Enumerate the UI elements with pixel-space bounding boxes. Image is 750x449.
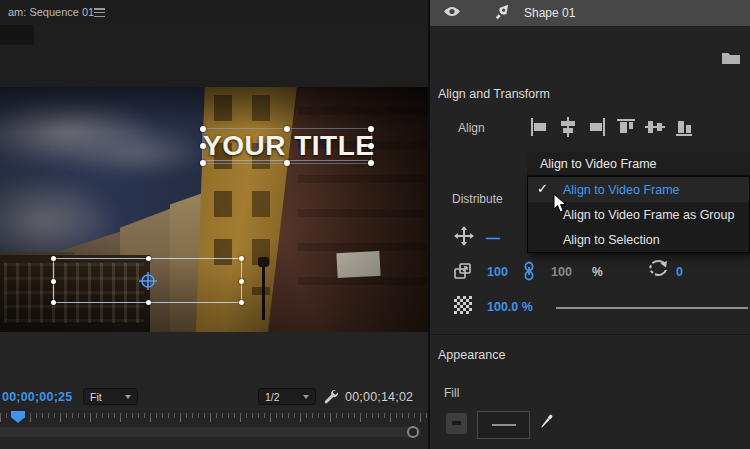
program-tab[interactable]: am: Sequence 01 bbox=[8, 6, 94, 18]
selection-handle[interactable] bbox=[368, 160, 374, 166]
opacity-slider[interactable] bbox=[556, 307, 748, 309]
selection-handle[interactable] bbox=[200, 143, 206, 149]
eyedropper-icon[interactable] bbox=[536, 411, 556, 436]
selection-handle[interactable] bbox=[200, 160, 206, 166]
selection-handle[interactable] bbox=[51, 256, 56, 261]
align-center-horizontal-button[interactable] bbox=[557, 116, 579, 138]
appearance-header: Appearance bbox=[438, 348, 505, 362]
panel-menu-icon[interactable] bbox=[94, 8, 105, 17]
selection-handle[interactable] bbox=[284, 126, 290, 132]
opacity-value[interactable]: 100.0 % bbox=[487, 300, 533, 314]
zoom-level-value: Fit bbox=[90, 391, 102, 403]
selection-handle[interactable] bbox=[146, 300, 151, 305]
title-selection-box[interactable]: YOUR TITLE bbox=[202, 128, 372, 164]
premiere-workspace: am: Sequence 01 YOUR TITLE bbox=[0, 0, 750, 449]
scale-y-value[interactable]: 100 bbox=[551, 265, 572, 279]
duration-timecode: 00;00;14;02 bbox=[345, 390, 413, 404]
align-top-button[interactable] bbox=[615, 116, 637, 138]
monitor-corner-decoration bbox=[0, 25, 34, 45]
rotation-value[interactable]: 0 bbox=[676, 265, 683, 279]
align-to-menu: ✓ Align to Video Frame Align to Video Fr… bbox=[527, 176, 750, 253]
program-monitor-tabbar: am: Sequence 01 bbox=[0, 0, 430, 25]
align-label: Align bbox=[458, 121, 485, 135]
playback-resolution-value: 1/2 bbox=[265, 391, 280, 403]
chevron-down-icon bbox=[303, 395, 309, 399]
align-transform-header: Align and Transform bbox=[438, 87, 550, 101]
scale-unit: % bbox=[592, 265, 603, 279]
selection-handle[interactable] bbox=[51, 279, 56, 284]
timeline-ruler[interactable] bbox=[0, 412, 428, 427]
mouse-cursor bbox=[553, 193, 568, 214]
fill-toggle-button[interactable] bbox=[446, 413, 467, 434]
scrollbar-knob[interactable] bbox=[407, 426, 419, 438]
selection-handle[interactable] bbox=[368, 143, 374, 149]
align-bottom-button[interactable] bbox=[673, 116, 695, 138]
align-right-button[interactable] bbox=[586, 116, 608, 138]
rotation-icon[interactable] bbox=[646, 259, 670, 284]
menu-item-align-to-selection[interactable]: Align to Selection bbox=[528, 227, 749, 252]
layer-name[interactable]: Shape 01 bbox=[524, 6, 575, 20]
visibility-eye-icon[interactable] bbox=[443, 5, 461, 21]
selection-handle[interactable] bbox=[239, 279, 244, 284]
position-value[interactable]: — bbox=[486, 230, 500, 246]
fill-color-swatch[interactable] bbox=[477, 411, 530, 439]
fill-label: Fill bbox=[444, 386, 459, 400]
selection-handle[interactable] bbox=[146, 256, 151, 261]
opacity-icon[interactable] bbox=[454, 296, 472, 314]
selection-handle[interactable] bbox=[200, 126, 206, 132]
settings-wrench-icon[interactable] bbox=[322, 388, 339, 408]
new-layer-folder-icon[interactable] bbox=[721, 51, 741, 68]
selection-handle[interactable] bbox=[51, 300, 56, 305]
shape-selection-box[interactable] bbox=[53, 258, 242, 303]
section-divider bbox=[430, 334, 750, 335]
selection-handle[interactable] bbox=[284, 160, 290, 166]
align-to-dropdown-value: Align to Video Frame bbox=[540, 157, 657, 171]
scale-icon[interactable] bbox=[453, 261, 473, 284]
selection-handle[interactable] bbox=[239, 256, 244, 261]
title-overlay-text[interactable]: YOUR TITLE bbox=[203, 129, 371, 163]
panel-divider bbox=[428, 0, 430, 449]
align-to-dropdown[interactable]: Align to Video Frame bbox=[527, 152, 750, 176]
align-left-button[interactable] bbox=[528, 116, 550, 138]
anchor-point-icon[interactable] bbox=[139, 272, 157, 290]
position-icon[interactable] bbox=[454, 226, 474, 249]
scale-x-value[interactable]: 100 bbox=[487, 265, 508, 279]
align-center-vertical-button[interactable] bbox=[644, 116, 666, 138]
distribute-label: Distribute bbox=[452, 192, 503, 206]
current-timecode[interactable]: 00;00;00;25 bbox=[2, 390, 72, 404]
selection-handle[interactable] bbox=[368, 126, 374, 132]
zoom-level-select[interactable]: Fit bbox=[83, 388, 138, 405]
link-scale-icon[interactable] bbox=[522, 261, 536, 284]
timeline-scrollbar[interactable] bbox=[0, 427, 421, 437]
chevron-down-icon bbox=[125, 395, 131, 399]
pen-tool-icon bbox=[494, 2, 512, 24]
layer-row-shape01[interactable]: Shape 01 bbox=[430, 0, 750, 26]
selection-handle[interactable] bbox=[239, 300, 244, 305]
playback-resolution-select[interactable]: 1/2 bbox=[258, 388, 316, 405]
